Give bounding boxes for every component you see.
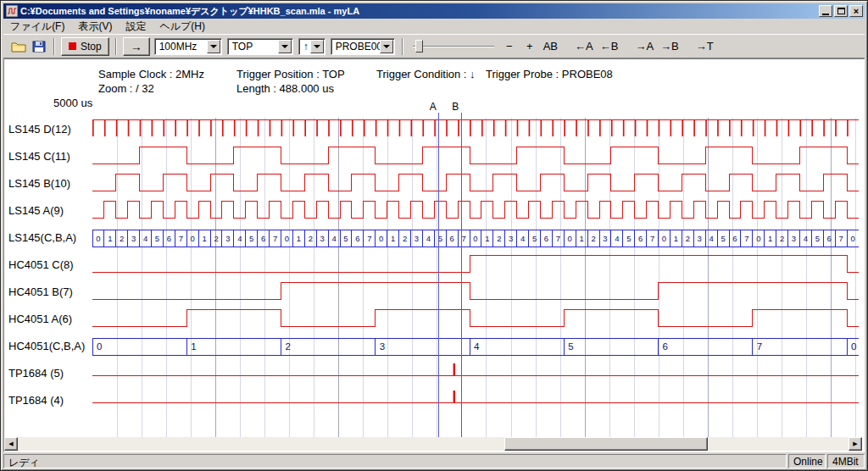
bus-value: 0	[96, 234, 100, 243]
bus-value: 0	[191, 234, 195, 243]
strobe-pulse	[186, 119, 188, 136]
stop-button[interactable]: Stop	[61, 37, 109, 56]
chevron-down-icon[interactable]	[310, 40, 324, 53]
chevron-down-icon[interactable]	[380, 40, 393, 53]
bus-value: 0	[379, 234, 383, 243]
strobe-pulse	[140, 119, 142, 136]
set-marker-a-button[interactable]: →A	[632, 37, 656, 55]
strobe-pulse	[693, 119, 695, 136]
strobe-pulse	[446, 119, 448, 136]
chevron-down-icon[interactable]	[278, 40, 292, 53]
sample-clock-info: Sample Clock : 2MHz	[98, 68, 204, 80]
ab-range-button[interactable]: AB	[541, 37, 560, 55]
trigger-probe-info: Trigger Probe : PROBE08	[486, 68, 613, 80]
trigger-pulse	[453, 391, 456, 402]
waveform-trace	[92, 174, 859, 191]
scroll-right-button[interactable]: ▶	[849, 437, 862, 451]
chevron-down-icon[interactable]	[207, 40, 220, 53]
save-file-button[interactable]	[29, 37, 49, 56]
menu-settings[interactable]: 設定	[119, 18, 153, 36]
save-floppy-icon	[32, 41, 46, 53]
marker-label-a: A	[430, 101, 437, 113]
strobe-pulse	[399, 119, 401, 136]
bus-value: 7	[273, 234, 277, 243]
set-marker-b-button[interactable]: →B	[658, 37, 682, 55]
strobe-pulse	[210, 119, 212, 136]
goto-marker-a-button[interactable]: ←A	[572, 37, 596, 55]
minimize-button[interactable]	[819, 5, 832, 17]
strobe-pulse	[470, 119, 471, 136]
bus-value: 6	[544, 234, 548, 243]
strobe-pulse	[564, 119, 565, 136]
bus-value: 1	[768, 234, 772, 243]
toolbar-separator	[115, 38, 117, 55]
channel-label: TP1684 (5)	[8, 367, 92, 380]
titlebar[interactable]: C:¥Documents and Settings¥noname¥デスクトップ¥…	[3, 3, 865, 19]
menu-help[interactable]: ヘルプ(H)	[153, 18, 212, 36]
strobe-pulse	[92, 119, 94, 136]
waveform-trace	[92, 255, 859, 272]
scroll-left-button[interactable]: ◀	[4, 437, 18, 451]
sample-clock-select[interactable]: 100MHz	[154, 38, 222, 55]
scroll-thumb[interactable]	[504, 437, 708, 451]
zoom-info: Zoom : / 32	[98, 82, 154, 95]
trigger-pulse	[453, 363, 456, 375]
length-info: Length : 488.000 us	[236, 82, 334, 95]
goto-marker-b-button[interactable]: ←B	[598, 37, 621, 55]
strobe-pulse	[517, 119, 519, 136]
waveform-canvas[interactable]: 0123456701234567012345670123456701234567…	[92, 101, 859, 440]
strobe-pulse	[234, 119, 236, 136]
trigger-position-select[interactable]: TOP	[227, 38, 293, 55]
strobe-pulse	[152, 119, 153, 136]
bus-value: 2	[686, 234, 690, 243]
bus-value: 6	[827, 234, 832, 243]
combo-arrow-shape	[314, 45, 320, 52]
bus-value: 2	[403, 234, 407, 243]
goto-trigger-button[interactable]: →T	[693, 37, 716, 55]
strobe-pulse	[222, 119, 224, 136]
channel-label: LS145 B(10)	[8, 177, 92, 191]
open-file-button[interactable]	[8, 37, 29, 56]
waveform-trace	[92, 282, 859, 299]
waveform-trace	[92, 309, 859, 326]
strobe-pulse	[316, 119, 318, 136]
combo-arrow-shape	[210, 45, 217, 52]
menu-file[interactable]: ファイル(F)	[3, 18, 71, 36]
maximize-button[interactable]	[834, 5, 848, 17]
strobe-pulse	[823, 119, 825, 136]
sample-clock-select-value: 100MHz	[159, 41, 198, 53]
waveform-area[interactable]: 0123456701234567012345670123456701234567…	[92, 101, 859, 440]
channel-label: TP1684 (4)	[8, 394, 92, 407]
bus-value: 2	[497, 234, 501, 243]
bus-value: 7	[650, 234, 654, 243]
trigger-probe-select[interactable]: PROBE00	[331, 38, 395, 55]
bus-value: 1	[391, 234, 395, 243]
strobe-pulse	[776, 119, 778, 136]
bus-value: 5	[532, 234, 537, 243]
bus-value: 1	[580, 234, 584, 243]
bus-value: 2	[591, 234, 595, 243]
strobe-pulse	[717, 119, 719, 136]
bus-value: 7	[744, 234, 748, 243]
zoom-in-button[interactable]: +	[520, 37, 539, 55]
zoom-slider-thumb[interactable]	[415, 40, 423, 53]
minimize-icon	[822, 14, 829, 15]
zoom-slider[interactable]	[411, 38, 496, 55]
menu-view[interactable]: 表示(V)	[71, 18, 119, 36]
bus-value: 4	[331, 234, 336, 243]
bus-value: 7	[757, 341, 762, 352]
close-button[interactable]: ×	[849, 5, 863, 17]
strobe-pulse	[422, 119, 424, 136]
channel-label: LS145 A(9)	[8, 204, 92, 218]
trigger-edge-select[interactable]: ↑	[298, 38, 326, 55]
strobe-pulse	[847, 119, 849, 136]
bus-value: 1	[191, 341, 196, 352]
strobe-pulse	[352, 119, 353, 136]
run-button[interactable]: →	[123, 37, 150, 56]
zoom-out-button[interactable]: −	[500, 37, 519, 55]
horizontal-scrollbar[interactable]: ◀ ▶	[4, 437, 862, 451]
waveform-client-area: Sample Clock : 2MHz Trigger Position : T…	[3, 58, 865, 452]
strobe-pulse	[434, 119, 436, 136]
bus-value: 0	[662, 234, 666, 243]
bus-value: 3	[603, 234, 607, 243]
